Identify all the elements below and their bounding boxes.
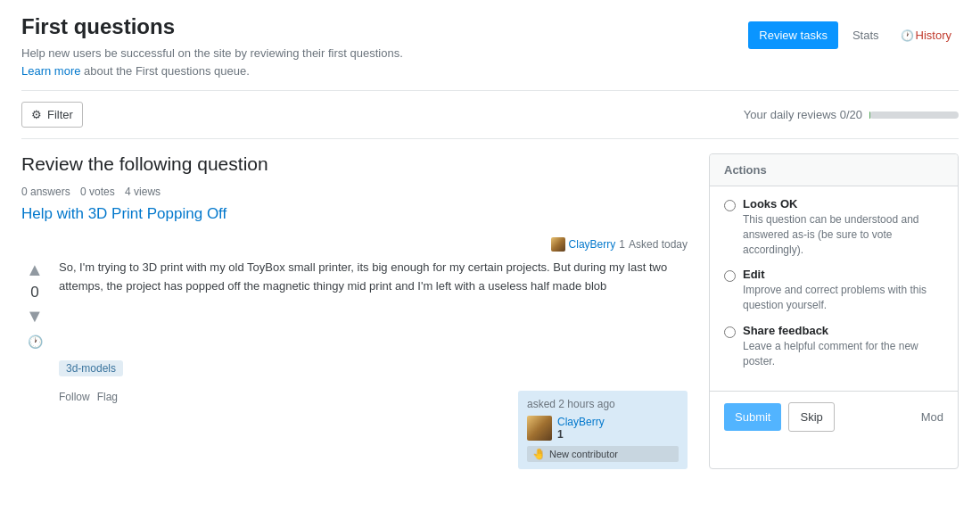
vote-controls: 0 🕐	[21, 259, 48, 350]
user-avatar	[527, 416, 552, 441]
actions-header: Actions	[710, 154, 958, 186]
actions-body: Looks OK This question can be understood…	[710, 186, 958, 391]
question-meta: 0 answers 0 votes 4 views	[21, 186, 688, 198]
radio-edit[interactable]	[724, 270, 736, 282]
question-footer: Follow Flag asked 2 hours ago ClayBerry …	[59, 391, 688, 469]
actions-footer: Submit Skip Mod	[710, 391, 958, 442]
progress-bar	[869, 111, 959, 119]
looks-ok-desc: This question can be understood and answ…	[743, 212, 943, 257]
share-feedback-title: Share feedback	[743, 324, 943, 337]
question-text: So, I'm trying to 3D print with my old T…	[59, 259, 688, 350]
header-nav: Review tasks Stats History	[748, 21, 959, 49]
learn-more-link[interactable]: Learn more	[21, 64, 80, 78]
gear-icon	[31, 108, 42, 121]
question-body-area: 0 🕐 So, I'm trying to 3D print with my o…	[21, 259, 688, 350]
asked-by-inline: ClayBerry 1 Asked today	[21, 237, 688, 252]
history-icon	[901, 29, 916, 42]
arrow-up-icon	[26, 260, 44, 279]
daily-reviews: Your daily reviews 0/20	[744, 108, 959, 121]
share-feedback-desc: Leave a helpful comment for the new post…	[743, 339, 943, 369]
submit-button[interactable]: Submit	[724, 403, 781, 431]
footer-links: Follow Flag	[59, 391, 118, 403]
actions-panel: Actions Looks OK This question can be un…	[709, 153, 959, 469]
hand-icon	[532, 448, 546, 460]
stats-link[interactable]: Stats	[845, 25, 886, 45]
action-share-feedback: Share feedback Leave a helpful comment f…	[724, 324, 943, 369]
looks-ok-title: Looks OK	[743, 197, 943, 211]
flag-link[interactable]: Flag	[97, 391, 118, 403]
action-edit: Edit Improve and correct problems with t…	[724, 268, 943, 313]
bookmark-button[interactable]: 🕐	[26, 334, 45, 350]
radio-share-feedback[interactable]	[724, 326, 736, 338]
filter-bar: Filter Your daily reviews 0/20	[21, 91, 959, 139]
mod-button[interactable]: Mod	[921, 410, 943, 424]
review-tasks-button[interactable]: Review tasks	[748, 21, 838, 49]
edit-desc: Improve and correct problems with this q…	[743, 283, 943, 313]
tag-3d-models[interactable]: 3d-models	[59, 360, 123, 376]
history-link[interactable]: History	[894, 25, 959, 45]
asked-by-name-inline[interactable]: ClayBerry	[569, 238, 616, 251]
edit-title: Edit	[743, 268, 943, 281]
page-description: Help new users be successful on the site…	[21, 45, 403, 79]
asked-label: asked 2 hours ago	[527, 398, 679, 410]
asked-card: asked 2 hours ago ClayBerry 1 New contri…	[518, 391, 688, 469]
user-rep: 1	[557, 428, 564, 441]
user-info: ClayBerry 1	[527, 416, 679, 441]
section-title: Review the following question	[21, 153, 688, 175]
downvote-button[interactable]	[24, 305, 45, 326]
new-contributor-badge: New contributor	[527, 446, 679, 462]
question-title-link[interactable]: Help with 3D Print Popping Off	[21, 205, 688, 223]
arrow-down-icon	[26, 306, 44, 326]
progress-bar-fill	[869, 111, 870, 119]
follow-link[interactable]: Follow	[59, 391, 90, 403]
main-content: Review the following question 0 answers …	[21, 153, 959, 469]
filter-button[interactable]: Filter	[21, 102, 83, 128]
upvote-button[interactable]	[24, 259, 45, 280]
vote-count: 0	[30, 284, 38, 301]
action-looks-ok: Looks OK This question can be understood…	[724, 197, 943, 257]
user-details: ClayBerry 1	[557, 416, 605, 441]
asked-by-avatar-small	[551, 237, 565, 252]
user-name[interactable]: ClayBerry	[557, 416, 605, 428]
tags-area: 3d-models	[59, 360, 688, 376]
radio-looks-ok[interactable]	[724, 200, 736, 211]
skip-button[interactable]: Skip	[788, 402, 834, 432]
page-title: First questions	[21, 14, 403, 39]
question-area: Review the following question 0 answers …	[21, 153, 688, 469]
